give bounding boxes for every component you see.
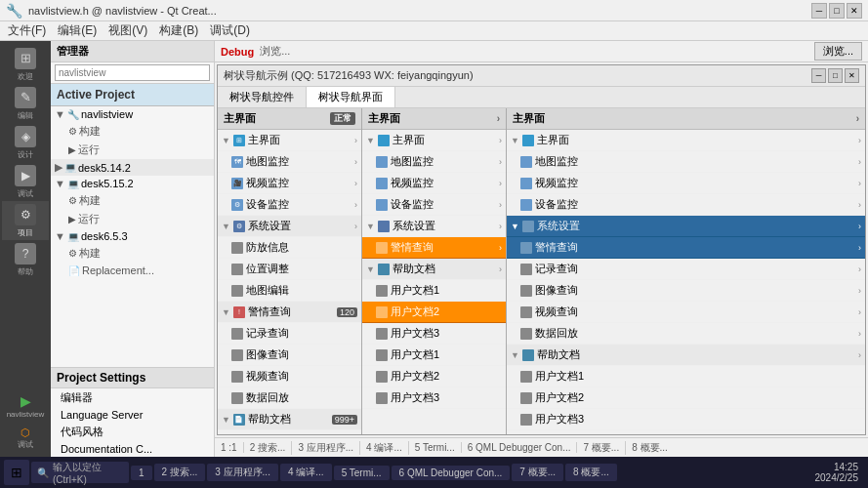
active-project-label: Active Project [51, 84, 214, 106]
tree-item[interactable]: ⚙构建 [51, 191, 214, 210]
demo-tab-nav-ui[interactable]: 树状导航界面 [307, 87, 395, 107]
minimize-btn[interactable]: ─ [811, 3, 827, 19]
nav-item[interactable]: ▼ ⚙ 系统设置 › [218, 216, 361, 237]
nav-item[interactable]: ▼ 📄 帮助文档 999+ [218, 409, 361, 430]
tree-item[interactable]: ⚙构建 [51, 122, 214, 141]
nav-item[interactable]: ▼ 主界面 › [362, 130, 506, 151]
tree-item[interactable]: ⚙构建 [51, 244, 214, 263]
demo-title-bar: 树状导航示例 (QQ: 517216493 WX: feiyangqingyun… [218, 65, 865, 87]
nav-item[interactable]: 图像查询 [218, 345, 361, 366]
project-search-input[interactable] [55, 64, 210, 81]
nav-item[interactable]: ▼ ⊞ 主界面 › [218, 130, 361, 151]
nav-item[interactable]: ▼ 帮助文档 › [507, 345, 865, 366]
nav-item[interactable]: ⚙ 设备监控 › [218, 194, 361, 216]
sidebar-item-edit[interactable]: ✎ 编辑 [2, 84, 49, 123]
nav-item[interactable]: 视频监控 › [362, 173, 506, 194]
sidebar-item-debug[interactable]: ▶ 调试 [2, 162, 49, 201]
status-item-overview[interactable]: 7 概要... [577, 441, 626, 455]
main-area: ⊞ 欢迎 ✎ 编辑 ◈ 设计 ▶ 调试 ⚙ 项目 ? 帮助 [0, 41, 868, 457]
start-button[interactable]: ⊞ [4, 460, 29, 485]
nav-item[interactable]: 用户文档3 [507, 409, 865, 430]
status-item-app[interactable]: 3 应用程序... [292, 441, 360, 455]
nav-item-selected2[interactable]: 用户文档2 [362, 302, 506, 323]
nav-item[interactable]: 记录查询 › [507, 259, 865, 280]
status-item-search[interactable]: 2 搜索... [244, 441, 293, 455]
close-btn[interactable]: ✕ [847, 3, 862, 19]
tree-item[interactable]: ▼💻desk5.15.2 [51, 176, 214, 191]
tree-item[interactable]: ▶💻desk5.14.2 [51, 159, 214, 176]
settings-item-language[interactable]: Language Server [51, 407, 214, 423]
nav-item[interactable]: 记录查询 [218, 323, 361, 345]
nav-item[interactable]: 视频查询 › [507, 302, 865, 323]
sidebar-item-debug-run[interactable]: ⬡ 调试 [2, 424, 49, 453]
taskbar-item-6[interactable]: 6 QML Debugger Con... [392, 466, 511, 480]
nav-item[interactable]: 用户文档3 [362, 387, 506, 409]
menu-build[interactable]: 构建(B) [155, 22, 202, 39]
status-item-terminal[interactable]: 5 Termi... [409, 442, 462, 453]
settings-item-code-style[interactable]: 代码风格 [51, 423, 214, 441]
nav-item-sel-blue2[interactable]: 警情查询 › [507, 237, 865, 259]
sidebar-item-welcome[interactable]: ⊞ 欢迎 [2, 45, 49, 84]
nav-item[interactable]: 用户文档3 [362, 323, 506, 345]
nav-item[interactable]: ▼ 帮助文档 › [362, 259, 506, 280]
nav-item[interactable]: 用户文档1 [507, 366, 865, 387]
nav-item[interactable]: 数据回放 › [507, 323, 865, 345]
status-item-compile[interactable]: 4 编译... [360, 441, 409, 455]
tree-item[interactable]: ▶运行 [51, 210, 214, 228]
tree-item[interactable]: ▼💻desk6.5.3 [51, 228, 214, 244]
demo-minimize-btn[interactable]: ─ [811, 68, 826, 83]
taskbar-item-3[interactable]: 3 应用程序... [207, 464, 278, 481]
settings-item-editor[interactable]: 编辑器 [51, 388, 214, 407]
maximize-btn[interactable]: □ [829, 3, 845, 19]
nav-item[interactable]: 用户文档1 [362, 280, 506, 302]
sidebar-item-project[interactable]: ⚙ 项目 [2, 201, 49, 240]
nav-item-selected[interactable]: 警情查询 › [362, 237, 506, 259]
nav-item[interactable]: ▼ 主界面 › [507, 130, 865, 151]
taskbar-item-1[interactable]: 1 [131, 466, 152, 480]
taskbar-item-7[interactable]: 7 概要... [512, 464, 563, 481]
nav-item[interactable]: ▼ ! 警情查询 120 [218, 302, 361, 323]
settings-item-docs[interactable]: Documentation C... [51, 441, 214, 457]
nav-item[interactable]: 设备监控 › [362, 194, 506, 216]
demo-maximize-btn[interactable]: □ [828, 68, 843, 83]
nav-item[interactable]: 🎥 视频监控 › [218, 173, 361, 194]
nav-item[interactable]: 用户文档2 [362, 366, 506, 387]
nav-item-selected-blue[interactable]: ▼ 系统设置 › [507, 216, 865, 237]
browse-button[interactable]: 浏览... [814, 42, 862, 61]
menu-file[interactable]: 文件(F) [4, 22, 50, 39]
nav-item[interactable]: ▼ 系统设置 › [362, 216, 506, 237]
nav-item[interactable]: 用户文档2 [507, 387, 865, 409]
nav-item[interactable]: 数据回放 [218, 387, 361, 409]
status-item-overview2[interactable]: 8 概要... [626, 441, 674, 455]
demo-tab-nav-control[interactable]: 树状导航控件 [218, 87, 307, 107]
taskbar-item-2[interactable]: 2 搜索... [154, 464, 206, 481]
nav-item[interactable]: 视频监控 › [507, 173, 865, 194]
menu-edit[interactable]: 编辑(E) [54, 22, 101, 39]
demo-title-text: 树状导航示例 (QQ: 517216493 WX: feiyangqingyun… [224, 68, 474, 83]
sidebar-item-design[interactable]: ◈ 设计 [2, 123, 49, 162]
taskbar-item-4[interactable]: 4 编译... [280, 464, 332, 481]
menu-view[interactable]: 视图(V) [104, 22, 151, 39]
nav-item[interactable]: 地图编辑 [218, 280, 361, 302]
demo-close-btn[interactable]: ✕ [845, 68, 859, 83]
search-bar[interactable]: 🔍 输入以定位(Ctrl+K) [31, 462, 129, 483]
sidebar-item-help[interactable]: ? 帮助 [2, 240, 49, 279]
nav-item[interactable]: 地图监控 › [507, 151, 865, 173]
nav-item[interactable]: 防放信息 [218, 237, 361, 259]
status-item-qml[interactable]: 6 QML Debugger Con... [462, 442, 578, 453]
tree-item[interactable]: ▼🔧navlistview [51, 106, 214, 122]
taskbar-item-5[interactable]: 5 Termi... [334, 466, 390, 480]
nav-item[interactable]: 位置调整 [218, 259, 361, 280]
sidebar-item-run[interactable]: ▶ navlistview [2, 388, 49, 424]
menu-debug[interactable]: 调试(D) [206, 22, 254, 39]
nav-item[interactable]: 地图监控 › [362, 151, 506, 173]
nav-item[interactable]: 视频查询 [218, 366, 361, 387]
nav-item[interactable]: 用户文档1 [362, 345, 506, 366]
nav-item[interactable]: 用户文档1 [218, 430, 361, 434]
nav-item[interactable]: 🗺 地图监控 › [218, 151, 361, 173]
tree-item[interactable]: 📄Replacement... [51, 263, 214, 278]
nav-item[interactable]: 设备监控 › [507, 194, 865, 216]
nav-item[interactable]: 图像查询 › [507, 280, 865, 302]
tree-item[interactable]: ▶运行 [51, 141, 214, 159]
taskbar-item-8[interactable]: 8 概要... [565, 464, 617, 481]
